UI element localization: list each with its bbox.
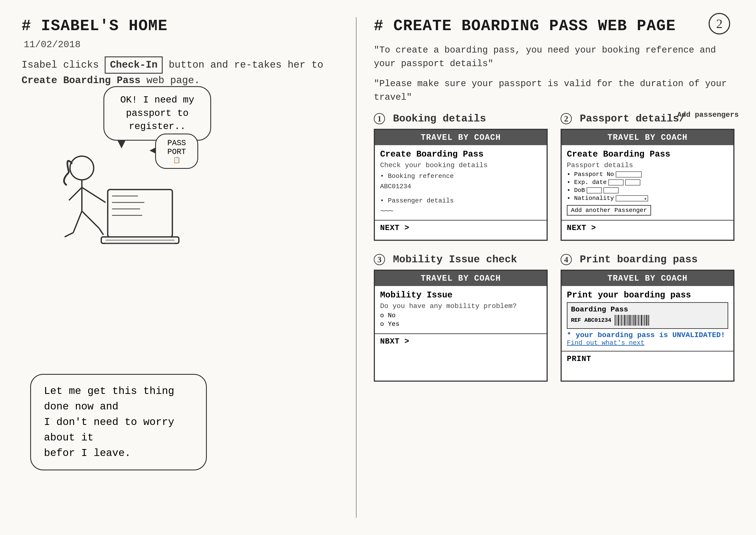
svg-rect-28 [634,315,636,326]
wf1-squiggle: ~~~ [380,206,541,215]
svg-rect-35 [646,315,648,326]
svg-rect-23 [626,315,627,326]
wf3-subtitle: Do you have any mobility problem? [380,302,541,310]
svg-rect-16 [615,315,616,326]
wf2-field-passport: • Passport No [567,171,728,178]
wf1-title: Create Boarding Pass [380,150,541,159]
wf1-box: TRAVEL BY COACH Create Boarding Pass Che… [374,129,548,241]
bold-label: Create Boarding Pass [21,75,140,86]
wf2-subtitle: Passport details [567,161,728,169]
wf4-header: TRAVEL BY COACH [562,271,733,286]
right-title: # CREATE BOARDING PASS WEB PAGE [374,17,735,35]
stick-figure-svg [35,151,185,280]
svg-line-3 [82,187,105,203]
svg-rect-8 [108,189,172,237]
wf4-label: 4 Print boarding pass [561,254,735,265]
wf2-footer: NEXT > [562,220,733,236]
add-passenger-button[interactable]: Add another Passenger [567,205,651,215]
svg-rect-21 [623,315,623,326]
wf3-title: Mobility Issue [380,290,541,300]
date: 11/02/2018 [24,39,343,50]
svg-rect-36 [648,315,649,326]
left-column: # ISABEL'S HOME 11/02/2018 Isabel clicks… [21,17,357,518]
wf1-item2: • Passenger details [380,196,541,206]
svg-rect-29 [637,315,637,326]
wf3-radio-no[interactable]: o No [380,312,541,319]
stick-figure-area [35,151,185,280]
svg-rect-30 [638,315,639,326]
desc-part2: button and re-takes her to [169,59,323,70]
speech-bubble-top: OK! I need my passport to register.. [103,86,211,141]
svg-point-0 [70,156,94,180]
svg-rect-32 [641,315,642,326]
description: Isabel clicks Check-In button and re-tak… [21,56,343,88]
svg-rect-22 [624,315,625,326]
svg-rect-26 [631,315,632,326]
desc-part1: Isabel clicks [21,59,99,70]
svg-rect-27 [633,315,634,326]
boarding-pass-box: Boarding Pass REF ABC01234 [567,302,728,329]
svg-rect-19 [620,315,620,326]
add-passengers-note: Add passengers [677,111,739,119]
wf3-box: TRAVEL BY COACH Mobility Issue Do you ha… [374,270,548,382]
right-column: # CREATE BOARDING PASS WEB PAGE "To crea… [357,17,735,518]
svg-line-4 [73,211,82,233]
svg-line-5 [82,211,99,228]
left-title: # ISABEL'S HOME [21,17,343,35]
wf2-label: 2 Passport details/ Add passengers [561,113,735,125]
wf1-subtitle: Check your booking details [380,161,541,169]
svg-rect-25 [629,315,631,326]
page: 2 # ISABEL'S HOME 11/02/2018 Isabel clic… [0,0,756,535]
wf1-header: TRAVEL BY COACH [375,130,547,145]
svg-rect-17 [616,315,617,326]
wf3-radio-yes[interactable]: o Yes [380,321,541,328]
bp-ref: REF ABC01234 [571,317,611,324]
quote2: "Please make sure your passport is valid… [374,77,735,104]
svg-line-2 [69,187,82,200]
page-number: 2 [709,13,730,35]
wf4-footer: PRINT [562,351,733,366]
wf1-ref: ABC01234 [380,181,541,192]
speech-bubble-bottom: Let me get this thing done now and I don… [30,374,207,470]
barcode-svg [615,315,649,326]
wf2-field-dob: • DoB [567,187,728,194]
wf2-box: TRAVEL BY COACH Create Boarding Pass Pas… [561,129,735,241]
wf1-item1: • Booking reference [380,171,541,181]
wireframe-2: 2 Passport details/ Add passengers TRAVE… [561,113,735,241]
desc-part3: web page. [147,75,200,86]
svg-rect-24 [627,315,628,326]
wf4-box: TRAVEL BY COACH Print your boarding pass… [561,270,735,382]
svg-rect-34 [644,315,645,326]
wf3-footer: NBXT > [375,333,547,349]
bp-label: Boarding Pass [571,305,724,314]
svg-rect-33 [643,315,644,326]
svg-rect-20 [621,315,622,326]
wf2-field-exp: • Exp. date [567,179,728,186]
wf1-footer: NEXT > [375,220,547,236]
svg-rect-18 [618,315,619,326]
check-in-label: Check-In [105,56,163,74]
find-out-link[interactable]: Find out what's next [567,339,728,347]
svg-line-6 [65,233,73,237]
wf4-title: Print your boarding pass [567,290,728,300]
wireframe-4: 4 Print boarding pass TRAVEL BY COACH Pr… [561,254,735,382]
quote1: "To create a boarding pass, you need you… [374,43,735,70]
wf1-label: 1 Booking details [374,113,548,125]
svg-line-7 [99,228,103,235]
wireframe-1: 1 Booking details TRAVEL BY COACH Create… [374,113,548,241]
svg-rect-31 [640,315,640,326]
wireframe-3: 3 Mobility Issue check TRAVEL BY COACH M… [374,254,548,382]
wf3-label: 3 Mobility Issue check [374,254,548,265]
wf2-title: Create Boarding Pass [567,150,728,159]
unvalidated-text: * your boarding pass is UNVALIDATED! [567,331,728,339]
wf2-field-nationality: • Nationality ▾ [567,195,728,202]
wf3-header: TRAVEL BY COACH [375,271,547,286]
wf2-header: TRAVEL BY COACH [562,130,733,145]
wireframes-grid: 1 Booking details TRAVEL BY COACH Create… [374,113,735,382]
